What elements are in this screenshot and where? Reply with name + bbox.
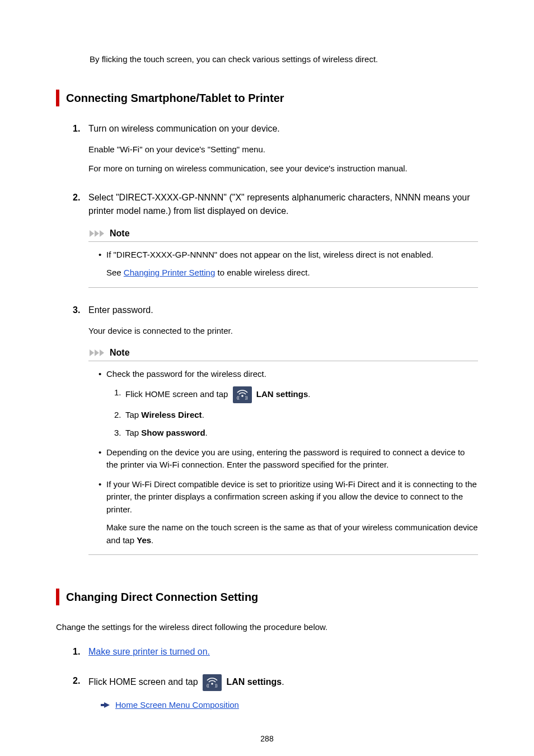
svg-point-3 <box>211 683 213 685</box>
inner-step-1-pre: Flick HOME screen and tap <box>125 389 231 398</box>
inner-step-2-period: . <box>202 410 204 419</box>
step-1-p1: Enable "Wi-Fi" on your device's "Setting… <box>88 143 478 156</box>
changing-step-2: Flick HOME screen and tap (( )) LAN sett… <box>73 674 478 712</box>
step-1-title: Turn on wireless communication on your d… <box>88 122 478 136</box>
note-b3p2c: . <box>151 535 153 545</box>
note-footer-rule <box>88 554 478 555</box>
chevron-icon <box>90 349 94 356</box>
yes-label: Yes <box>137 535 151 545</box>
inner-step-1-bold: LAN settings <box>256 389 308 398</box>
changing-body: Change the settings for the wireless dir… <box>56 621 478 634</box>
inner-step-3-bold: Show password <box>141 428 205 437</box>
changing-step-2-period: . <box>282 677 284 687</box>
svg-text:)): )) <box>215 683 218 688</box>
inner-step-1-period: . <box>308 389 310 398</box>
step-3-title: Enter password. <box>88 304 478 317</box>
lan-settings-icon: (( )) <box>233 386 252 403</box>
steps-connecting: Turn on wireless communication on your d… <box>73 122 478 556</box>
lan-settings-icon: (( )) <box>203 674 222 691</box>
changing-step-2-bold: LAN settings <box>227 677 282 687</box>
note-see-suffix: to enable wireless direct. <box>215 268 310 277</box>
step-3-p1: Your device is connected to the printer. <box>88 325 478 338</box>
note-header: Note <box>88 345 478 361</box>
note-footer-rule <box>88 287 478 288</box>
page-number: 288 <box>0 733 534 745</box>
changing-step-1: Make sure printer is turned on. <box>73 645 478 659</box>
note-bullet: If "DIRECT-XXXX-GP-NNNN" does not appear… <box>99 249 478 279</box>
note-b3p2a: Make sure the name on the touch screen i… <box>106 522 478 545</box>
inner-step-3-period: . <box>205 428 208 437</box>
note-bullet-check-password: Check the password for the wireless dire… <box>99 368 478 440</box>
changing-step-2-pre: Flick HOME screen and tap <box>88 677 200 687</box>
arrow-right-icon <box>104 702 110 708</box>
step-1-p2: For more on turning on wireless communic… <box>88 162 478 175</box>
home-screen-menu-link[interactable]: Home Screen Menu Composition <box>115 699 239 712</box>
step-3: Enter password. Your device is connected… <box>73 304 478 556</box>
note-label: Note <box>110 346 130 360</box>
note-block-step3: Note Check the password for the wireless… <box>88 345 478 555</box>
note-bullet-wifi-direct-priority: If your Wi-Fi Direct compatible device i… <box>99 478 478 547</box>
note-bullet-text: Depending on the device you are using, e… <box>106 446 478 472</box>
note-see-line: See Changing Printer Setting to enable w… <box>106 267 478 279</box>
inner-step-2: Tap Wireless Direct. <box>114 409 478 422</box>
note-bullet-text: Check the password for the wireless dire… <box>106 368 478 381</box>
note-bullet-text: If your Wi-Fi Direct compatible device i… <box>106 478 478 516</box>
make-sure-printer-on-link[interactable]: Make sure printer is turned on. <box>88 647 210 656</box>
changing-printer-setting-link[interactable]: Changing Printer Setting <box>124 268 215 277</box>
svg-text:)): )) <box>245 395 248 400</box>
step-1: Turn on wireless communication on your d… <box>73 122 478 175</box>
inner-step-1: Flick HOME screen and tap (( )) <box>114 386 478 403</box>
heading-changing-direct: Changing Direct Connection Setting <box>56 589 478 605</box>
note-see-prefix: See <box>106 268 124 277</box>
note-block-step2: Note If "DIRECT-XXXX-GP-NNNN" does not a… <box>88 226 478 288</box>
chevron-icon <box>95 349 99 356</box>
step-2: Select "DIRECT-XXXX-GP-NNNN" ("X" repres… <box>73 191 478 288</box>
note-bullet-depending-device: Depending on the device you are using, e… <box>99 446 478 472</box>
note-header: Note <box>88 226 478 242</box>
steps-changing: Make sure printer is turned on. Flick HO… <box>73 645 478 712</box>
chevron-icon <box>100 349 104 356</box>
step-2-title: Select "DIRECT-XXXX-GP-NNNN" ("X" repres… <box>88 191 478 218</box>
inner-step-2-pre: Tap <box>125 410 141 419</box>
chevron-icon <box>90 230 94 237</box>
chevron-icon <box>100 230 104 237</box>
note-label: Note <box>110 227 130 240</box>
svg-text:((: (( <box>237 395 240 400</box>
arrow-bullet: Home Screen Menu Composition <box>104 699 478 712</box>
chevron-icon <box>95 230 99 237</box>
note-bullet-text-2: Make sure the name on the touch screen i… <box>106 521 478 547</box>
svg-text:((: (( <box>207 683 209 688</box>
inner-step-2-bold: Wireless Direct <box>141 410 202 419</box>
inner-steps: Flick HOME screen and tap (( )) <box>114 386 478 440</box>
heading-connecting: Connecting Smartphone/Tablet to Printer <box>56 90 478 106</box>
changing-step-2-title: Flick HOME screen and tap (( )) LAN sett… <box>88 674 478 691</box>
inner-step-3: Tap Show password. <box>114 427 478 440</box>
changing-step-1-title: Make sure printer is turned on. <box>88 645 478 659</box>
inner-step-3-pre: Tap <box>125 428 141 437</box>
svg-point-0 <box>241 395 243 397</box>
note-bullet-text: If "DIRECT-XXXX-GP-NNNN" does not appear… <box>106 249 478 262</box>
intro-text: By flicking the touch screen, you can ch… <box>90 53 478 66</box>
